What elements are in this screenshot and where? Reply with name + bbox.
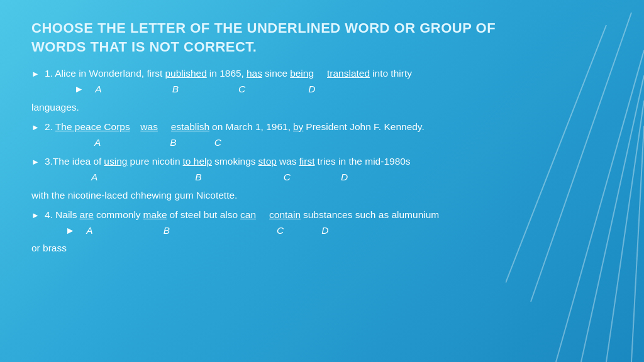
item3-text-mid3: was <box>279 154 297 170</box>
item1-underline-b: has <box>247 66 262 82</box>
item3-underline-a: using <box>104 154 127 170</box>
item3-underline-c: stop <box>258 154 277 170</box>
slide: CHOOSE THE LETTER OF THE UNDERLINED WORD… <box>0 0 644 362</box>
item2-label-b: B <box>170 135 176 151</box>
item-2-line: ► 2. The peace Corps was establish on Ma… <box>31 119 613 135</box>
item4-underline-c: can <box>240 207 256 223</box>
item-3: ► 3.The idea of using pure nicotin to he… <box>31 154 613 203</box>
item4-underline-a: are <box>80 207 94 223</box>
item4-text-after: substances such as alumunium <box>303 207 439 223</box>
content-area: ► 1. Alice in Wonderland, first publishe… <box>31 66 613 256</box>
item4-text-before: 4. Nails <box>45 207 77 223</box>
item1-text-mid1: in 1865, <box>209 66 244 82</box>
item3-text-after: tries in the mid-1980s <box>317 154 410 170</box>
item1-underline-a: published <box>165 66 206 82</box>
item3-text-before: 3.The idea of <box>45 154 101 170</box>
item3-text-mid1: pure nicotin <box>130 154 180 170</box>
item1-label-b: B <box>172 82 179 97</box>
item1-label-bullet: ► <box>74 82 84 97</box>
item3-text-mid2: smokings <box>214 154 255 170</box>
item2-underline-c: establish <box>171 119 209 135</box>
item3-continuation: with the nicotine-laced chhewing gum Nic… <box>31 188 613 204</box>
item1-spacer <box>316 66 325 82</box>
item2-underline-b: was <box>140 119 158 135</box>
bullet-2: ► <box>31 121 40 134</box>
item1-underline-d: translated <box>327 66 370 82</box>
item3-label-c: C <box>284 170 291 185</box>
item1-underline-c: being <box>290 66 314 82</box>
item3-underline-d: first <box>299 154 314 170</box>
item4-label-b: B <box>164 223 170 239</box>
item2-underline-a: The peace Corps <box>55 119 130 135</box>
item1-label-a: A <box>95 82 101 97</box>
item-1: ► 1. Alice in Wonderland, first publishe… <box>31 66 613 115</box>
item-3-line: ► 3.The idea of using pure nicotin to he… <box>31 154 613 170</box>
item2-text-before: 2. <box>45 119 53 135</box>
item4-label-d: D <box>321 223 328 239</box>
item1-label-c: C <box>238 82 245 97</box>
item1-continuation: languages. <box>31 100 613 116</box>
bullet-1: ► <box>31 68 40 81</box>
item1-label-d: D <box>308 82 315 97</box>
item3-label-b: B <box>195 170 201 185</box>
item2-underline-d: by <box>293 119 303 135</box>
item-2: ► 2. The peace Corps was establish on Ma… <box>31 119 613 151</box>
item-1-line: ► 1. Alice in Wonderland, first publishe… <box>31 66 613 82</box>
item4-label-c: C <box>277 223 284 239</box>
item3-label-d: D <box>341 170 348 185</box>
item4-text-mid2: of steel but also <box>170 207 238 223</box>
item4-spacer <box>258 207 267 223</box>
item2-label-c: C <box>214 135 221 151</box>
item4-label-bullet: ► <box>65 223 75 239</box>
item4-underline-b: make <box>143 207 167 223</box>
item1-text-mid2: since <box>265 66 287 82</box>
item4-text-mid1: commonly <box>96 207 141 223</box>
item4-label-a: A <box>86 223 92 239</box>
item2-labels: A B C <box>31 135 613 151</box>
item1-text-after: into thirty <box>372 66 412 82</box>
item4-continuation: or brass <box>31 241 613 256</box>
item3-underline-b: to help <box>183 154 213 170</box>
item4-labels: ► A B C D <box>31 223 613 239</box>
slide-title: CHOOSE THE LETTER OF THE UNDERLINED WORD… <box>31 19 547 56</box>
item2-spacer <box>133 119 138 135</box>
item3-labels: A B C D <box>31 170 613 185</box>
item2-text-mid: on March 1, 1961, <box>212 119 291 135</box>
item1-text-before: 1. Alice in Wonderland, first <box>45 66 163 82</box>
item-4: ► 4. Nails are commonly make of steel bu… <box>31 207 613 256</box>
bullet-4: ► <box>31 209 40 222</box>
item2-text-end: President John F. Kennedy. <box>306 119 424 135</box>
item4-underline-d: contain <box>269 207 301 223</box>
item-4-line: ► 4. Nails are commonly make of steel bu… <box>31 207 613 223</box>
svg-line-3 <box>631 126 644 362</box>
item3-label-a: A <box>91 170 97 185</box>
item2-label-a: A <box>94 135 101 151</box>
bullet-3: ► <box>31 156 40 169</box>
item2-spacer2 <box>160 119 169 135</box>
item1-labels: ► A B C D <box>31 82 613 97</box>
